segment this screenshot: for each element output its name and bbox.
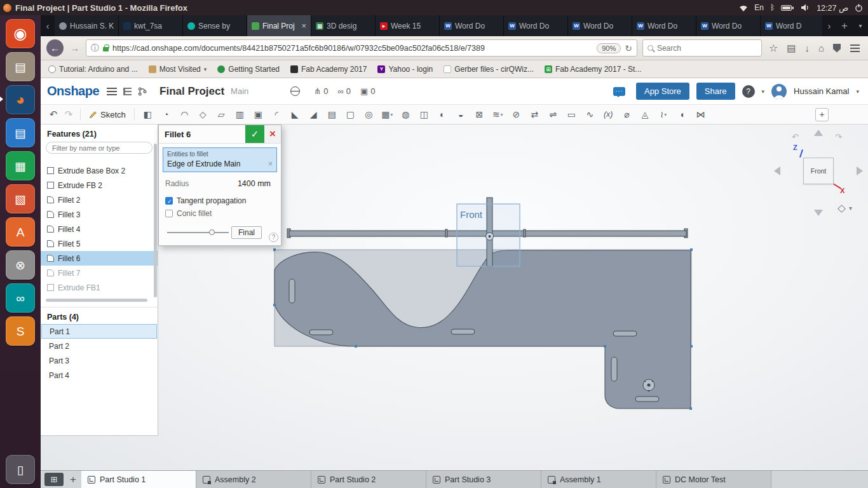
launcher-item-libreoffice-calc[interactable]: ▦ — [6, 151, 35, 180]
doc-tab[interactable]: Assembly 1 — [541, 471, 656, 488]
tool-fill[interactable]: ▱ ▾ — [212, 105, 231, 124]
view-menu-caret-icon[interactable]: ▾ — [849, 205, 852, 212]
tangent-propagation-checkbox[interactable] — [165, 197, 173, 205]
tool-extrude[interactable]: ◧ ▾ — [139, 105, 157, 124]
search-input[interactable] — [657, 44, 757, 53]
volume-icon[interactable] — [801, 4, 810, 11]
tool-mate-connector[interactable]: ◬ ▾ — [636, 105, 654, 124]
feature-item[interactable]: Fillet 2 — [41, 193, 158, 207]
workspace-name[interactable]: Main — [231, 86, 248, 96]
tool-rib[interactable]: ▤ ▾ — [323, 105, 341, 124]
stat-forks[interactable]: ⋔ 0 — [314, 86, 328, 96]
conic-fillet-checkbox[interactable] — [165, 210, 173, 217]
doc-tab[interactable]: Part Studio 2 — [311, 471, 426, 488]
share-button[interactable]: Share — [696, 83, 735, 100]
tool-transform[interactable]: ⊠ ▾ — [470, 105, 489, 124]
onshape-logo[interactable]: Onshape — [47, 84, 99, 98]
view-cube[interactable]: ↶ ↷ Z Front X ▾ — [774, 130, 863, 219]
battery-icon[interactable] — [781, 4, 794, 11]
tool-replace-face[interactable]: ⇌ ▾ — [544, 105, 562, 124]
features-h-scrollbar[interactable] — [46, 299, 147, 302]
launcher-item-ubuntu-software[interactable]: A — [6, 217, 35, 247]
versions-icon[interactable] — [123, 88, 132, 95]
insert-feature-icon[interactable]: + — [815, 108, 829, 121]
user-avatar[interactable] — [771, 84, 787, 99]
reload-icon[interactable]: ↻ — [625, 43, 632, 53]
document-title[interactable]: Final Project — [159, 85, 224, 98]
part-body[interactable] — [275, 250, 691, 409]
tool-variable[interactable]: (x) ▾ — [599, 105, 618, 124]
url-bar[interactable]: ⓘ https://cad.onshape.com/documents/8442… — [86, 39, 637, 57]
page-info-icon[interactable]: ⓘ — [91, 43, 99, 54]
launcher-item-system-settings[interactable]: ⊗ — [6, 250, 35, 280]
feature-item[interactable]: Extrude FB 2 — [41, 178, 158, 193]
session-menu-icon[interactable] — [855, 4, 863, 12]
feedback-chat-icon[interactable] — [613, 87, 625, 96]
bluetooth-icon[interactable]: ᛒ — [770, 3, 775, 12]
feature-item[interactable]: Extrude Base Box 2 — [41, 163, 158, 178]
clock[interactable]: ص 12:27 — [817, 3, 848, 13]
tool-boolean[interactable]: ◐ ▾ — [433, 105, 452, 124]
part-item[interactable]: Part 2 — [41, 339, 158, 353]
browser-tab[interactable]: Word Do × — [440, 15, 504, 36]
feature-item[interactable]: Fillet 3 — [41, 207, 158, 222]
doc-tab[interactable]: DC Motor Test — [656, 471, 771, 488]
undo-icon[interactable]: ↶ — [46, 109, 61, 120]
tool-revolve[interactable]: ◔ ▾ — [157, 105, 175, 124]
radius-value[interactable]: 1400 mm — [238, 179, 275, 188]
launcher-item-firefox[interactable]: ◕ — [6, 85, 35, 114]
tab-scroll-left-icon[interactable]: ‹ — [41, 15, 55, 36]
part-item[interactable]: Part 1 — [41, 324, 157, 339]
browser-tab[interactable]: Week 15 × — [376, 15, 440, 36]
feature-item[interactable]: Fillet 6 — [41, 251, 158, 266]
back-button[interactable]: ← — [46, 39, 64, 57]
rotate-ccw-icon[interactable]: ↶ — [792, 132, 799, 142]
tool-delete-face[interactable]: ⊘ ▾ — [507, 105, 526, 124]
tool-offset-surface[interactable]: ≋ ▾ — [489, 105, 507, 124]
zoom-level-badge[interactable]: 90% — [597, 43, 621, 53]
features-v-scrollbar[interactable] — [154, 144, 157, 297]
accept-button[interactable]: ✓ — [245, 125, 264, 143]
parts-title[interactable]: Parts (4) — [41, 308, 158, 324]
sketch-button[interactable]: Sketch — [85, 110, 130, 119]
launcher-item-libreoffice-impress[interactable]: ▧ — [6, 184, 35, 214]
tool-intersect[interactable]: ⋈ ▾ — [691, 105, 710, 124]
tool-measure[interactable]: ⌀ ▾ — [618, 105, 636, 124]
bookmark-item[interactable]: Gerber files - cirQWiz... — [444, 65, 534, 74]
part-item[interactable]: Part 3 — [41, 353, 158, 368]
entities-selection-box[interactable]: Entities to fillet Edge of Extrude Main … — [163, 147, 277, 172]
tool-linear-pattern[interactable]: ▦ ▾ — [378, 105, 397, 124]
doc-tab[interactable]: Part Studio 3 — [426, 471, 541, 488]
launcher-item-ubuntu-dash[interactable]: ◉ — [6, 19, 35, 48]
browser-tab[interactable]: Word Do × — [696, 15, 761, 36]
hamburger-menu-icon[interactable] — [850, 44, 860, 52]
share-status-globe-icon[interactable] — [290, 86, 300, 96]
help-button[interactable]: ? — [742, 85, 755, 98]
tool-curve-pattern[interactable]: ≀ ▾ — [654, 105, 673, 124]
browser-tab[interactable]: kwt_7sa × — [119, 15, 183, 36]
entity-value[interactable]: Edge of Extrude Main — [167, 159, 240, 168]
tool-plane[interactable]: ▭ ▾ — [562, 105, 581, 124]
downloads-icon[interactable]: ↓ — [803, 43, 811, 53]
url-text[interactable]: https://cad.onshape.com/documents/84421b… — [112, 44, 593, 53]
user-menu-caret-icon[interactable]: ▾ — [856, 88, 859, 95]
launcher-item-trash[interactable]: ▯ — [6, 455, 35, 484]
document-menu-icon[interactable] — [107, 88, 117, 95]
launcher-item-sublime-text[interactable]: S — [6, 316, 35, 346]
slider-thumb[interactable] — [209, 229, 215, 235]
bookmarks-menu-icon[interactable]: ▤ — [785, 43, 797, 54]
launcher-item-libreoffice-writer[interactable]: ▤ — [6, 118, 35, 147]
browser-tab[interactable]: Word D × — [761, 15, 822, 36]
redo-icon[interactable]: ↷ — [61, 109, 76, 120]
tool-wrap[interactable]: ◖ ▾ — [673, 105, 691, 124]
user-name[interactable]: Hussain Kamal — [794, 86, 849, 96]
cancel-button[interactable]: × — [264, 125, 281, 143]
tool-dropdown-caret-icon[interactable]: ▾ — [501, 112, 503, 118]
tab-scroll-right-icon[interactable]: › — [822, 15, 836, 36]
tool-move-face[interactable]: ⇄ ▾ — [526, 105, 544, 124]
isometric-view-icon[interactable] — [837, 205, 846, 213]
tool-split[interactable]: ◒ ▾ — [452, 105, 470, 124]
rotate-left-icon[interactable] — [774, 166, 780, 175]
doc-tab[interactable]: Part Studio 1 — [81, 471, 196, 488]
tool-thicken[interactable]: ▥ ▾ — [231, 105, 249, 124]
